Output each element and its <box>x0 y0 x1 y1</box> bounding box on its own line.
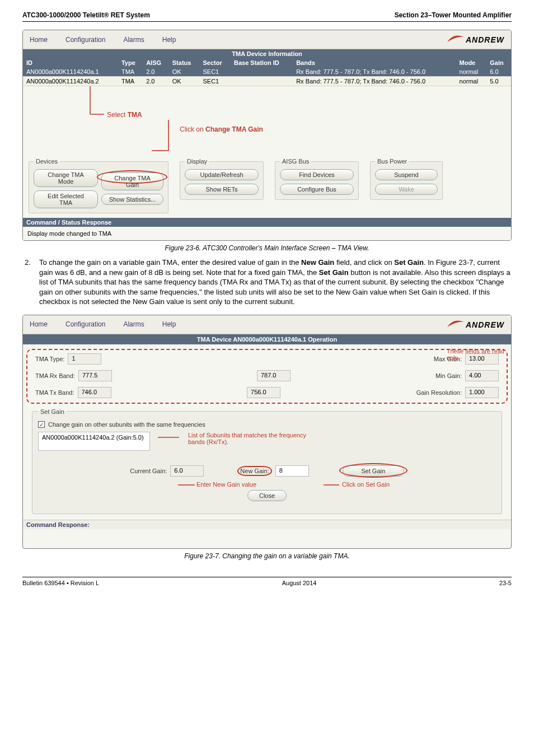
col-base[interactable]: Base Station ID <box>231 58 293 67</box>
cell-sector: SEC1 <box>200 77 231 86</box>
cell-sector: SEC1 <box>200 67 231 77</box>
suspend-button[interactable]: Suspend <box>375 169 438 180</box>
doc-header: ATC300-1000/2000 Teletilt® RET System Se… <box>22 11 512 22</box>
cell-mode: normal <box>456 67 487 77</box>
change-subunits-checkbox[interactable]: ✓ Change gain on other subunits with the… <box>38 421 205 428</box>
gain-res-field: 1.000 <box>465 387 499 398</box>
tma-device-info-title: TMA Device Information <box>23 49 511 58</box>
tma-type-field: 1 <box>68 353 101 365</box>
callout-enter-new-gain: Enter New Gain value <box>178 481 256 488</box>
tma-rx2-field: 787.0 <box>257 370 291 381</box>
doc-header-left: ATC300-1000/2000 Teletilt® RET System <box>22 11 150 19</box>
tma-tx-label: TMA Tx Band: <box>35 389 74 396</box>
menu-help[interactable]: Help <box>162 320 176 328</box>
min-gain-label: Min Gain: <box>435 372 462 379</box>
cell-bands: Rx Band: 777.5 - 787.0; Tx Band: 746.0 -… <box>293 67 456 77</box>
set-gain-highlight <box>339 463 407 478</box>
menu-alarms[interactable]: Alarms <box>123 320 144 328</box>
cmd-response-title: Command / Status Response <box>23 218 511 227</box>
cell-mode: normal <box>456 77 487 86</box>
devices-legend: Devices <box>34 158 60 165</box>
change-tma-mode-button[interactable]: Change TMA Mode <box>34 169 98 187</box>
arrow-icon <box>158 432 180 451</box>
checkbox-icon: ✓ <box>38 421 45 428</box>
aisg-bus-legend: AISG Bus <box>280 158 311 165</box>
andrew-logo-text: ANDREW <box>466 35 504 44</box>
tma-tx-field: 746.0 <box>78 387 111 398</box>
callout-readonly: These fields are read only. <box>447 348 504 361</box>
menu-alarms[interactable]: Alarms <box>123 36 144 44</box>
col-aisg[interactable]: AISG <box>143 58 169 67</box>
cell-bands: Rx Band: 777.5 - 787.0; Tx Band: 746.0 -… <box>293 77 456 86</box>
devices-panel: Devices Change TMA Mode Edit Selected TM… <box>29 158 168 213</box>
col-bands[interactable]: Bands <box>293 58 456 67</box>
list-item[interactable]: AN0000a000K1114240a.2 (Gain:5.0) <box>42 434 146 441</box>
tma-type-label: TMA Type: <box>35 356 64 362</box>
subunits-list[interactable]: AN0000a000K1114240a.2 (Gain:5.0) <box>38 432 150 451</box>
callout-click-change-gain: Click on Change TMA Gain <box>180 125 263 133</box>
set-gain-legend: Set Gain <box>38 408 67 415</box>
change-tma-gain-highlight <box>97 170 167 184</box>
col-id[interactable]: ID <box>23 58 118 67</box>
cell-base <box>231 67 293 77</box>
cell-type: TMA <box>118 77 143 86</box>
callout-list-desc: List of Subunits that matches the freque… <box>188 432 306 445</box>
wake-button: Wake <box>375 184 438 195</box>
menu-configuration[interactable]: Configuration <box>65 36 105 44</box>
app-menubar: Home Configuration Alarms Help ANDREW <box>23 30 511 49</box>
close-button[interactable]: Close <box>247 490 287 501</box>
menu-home[interactable]: Home <box>30 320 48 328</box>
footer-right: 23-5 <box>499 580 512 586</box>
show-rets-button[interactable]: Show RETs <box>185 184 259 195</box>
menu-configuration[interactable]: Configuration <box>65 320 105 328</box>
col-mode[interactable]: Mode <box>456 58 487 67</box>
screenshot-2: Home Configuration Alarms Help ANDREW TM… <box>22 315 512 549</box>
min-gain-field: 4.00 <box>465 370 499 381</box>
tma-tx2-field: 756.0 <box>247 387 280 398</box>
configure-bus-button[interactable]: Configure Bus <box>280 184 354 195</box>
show-statistics-button[interactable]: Show Statistics... <box>101 194 163 205</box>
current-gain-field: 6.0 <box>170 465 204 477</box>
doc-footer: Bulletin 639544 • Revision L August 2014… <box>22 577 512 586</box>
tma-table-body: AN0000a000K1114240a.1 TMA 2.0 OK SEC1 Rx… <box>23 67 511 86</box>
command-response-title: Command Response: <box>23 520 511 529</box>
checkbox-label: Change gain on other subunits with the s… <box>48 421 205 428</box>
display-legend: Display <box>185 158 209 165</box>
callout-click-set-gain: Click on Set Gain <box>324 481 390 488</box>
tma-rx-label: TMA Rx Band: <box>35 372 75 379</box>
cell-gain: 5.0 <box>486 77 511 86</box>
find-devices-button[interactable]: Find Devices <box>280 169 354 180</box>
andrew-swoosh-icon <box>447 35 465 43</box>
andrew-logo-text: ANDREW <box>466 320 504 329</box>
cell-status: OK <box>169 67 200 77</box>
cell-aisg: 2.0 <box>143 67 169 77</box>
menu-help[interactable]: Help <box>162 36 176 44</box>
cell-status: OK <box>169 77 200 86</box>
table-row[interactable]: AN0000a000K1114240a.2 TMA 2.0 OK SEC1 Rx… <box>23 77 511 86</box>
col-type[interactable]: Type <box>118 58 143 67</box>
cmd-response-text: Display mode changed to TMA <box>23 227 511 240</box>
figure-23-6-caption: Figure 23-6. ATC300 Controller's Main In… <box>22 244 512 252</box>
cell-id: AN0000a000K1114240a.2 <box>23 77 118 86</box>
andrew-logo: ANDREW <box>447 35 504 44</box>
cell-base <box>231 77 293 86</box>
col-sector[interactable]: Sector <box>200 58 231 67</box>
app-menubar-2: Home Configuration Alarms Help ANDREW <box>23 315 511 334</box>
menu-home[interactable]: Home <box>30 36 48 44</box>
table-row[interactable]: AN0000a000K1114240a.1 TMA 2.0 OK SEC1 Rx… <box>23 67 511 77</box>
andrew-logo: ANDREW <box>447 320 504 329</box>
update-refresh-button[interactable]: Update/Refresh <box>185 169 259 180</box>
tma-rx-field: 777.5 <box>78 370 112 381</box>
gain-res-label: Gain Resolution: <box>416 389 462 396</box>
andrew-swoosh-icon <box>447 320 465 328</box>
cell-type: TMA <box>118 67 143 77</box>
new-gain-input[interactable]: 8 <box>275 465 309 477</box>
tma-table: ID Type AISG Status Sector Base Station … <box>23 58 511 86</box>
footer-left: Bulletin 639544 • Revision L <box>22 580 99 586</box>
edit-selected-tma-button[interactable]: Edit Selected TMA <box>34 190 98 208</box>
new-gain-highlight: New Gain: <box>237 466 271 476</box>
callout-arrows-icon <box>34 86 258 153</box>
col-gain[interactable]: Gain <box>486 58 511 67</box>
col-status[interactable]: Status <box>169 58 200 67</box>
footer-center: August 2014 <box>282 580 317 586</box>
